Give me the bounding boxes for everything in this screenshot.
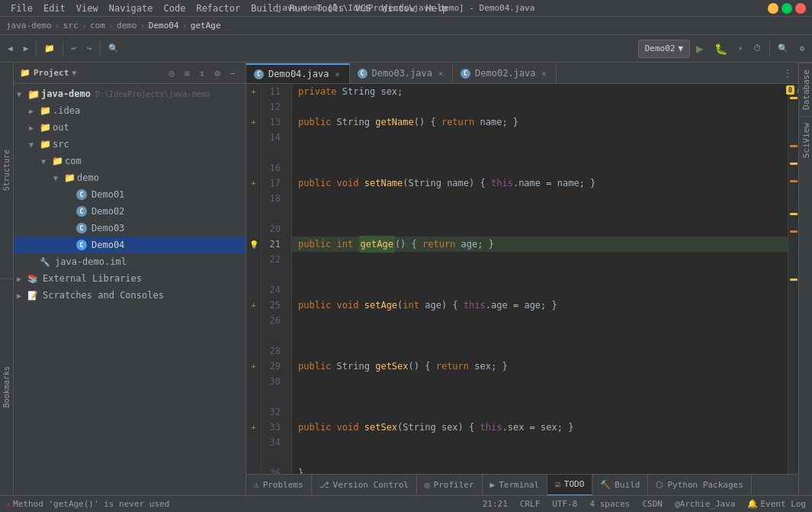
sciview-tab[interactable]: SciView: [799, 116, 813, 164]
run-config-selector[interactable]: Demo02 ▼: [638, 40, 690, 58]
tab-problems[interactable]: ⚠ Problems: [246, 475, 312, 496]
breadcrumb-getage[interactable]: getAge: [191, 21, 221, 31]
tab-version-control[interactable]: ⎇ Version Control: [312, 475, 417, 496]
code-line-15: [292, 145, 788, 160]
toolbar-search-btn[interactable]: 🔍: [104, 39, 124, 59]
tree-item-scratches[interactable]: ▶ 📝 Scratches and Consoles: [14, 287, 246, 304]
tree-item-demo04[interactable]: C Demo04: [14, 237, 246, 253]
menu-refactor[interactable]: Refactor: [191, 0, 245, 17]
out-folder-icon: 📁: [40, 122, 51, 133]
panel-collapse-btn[interactable]: ≡: [180, 66, 194, 80]
tab-demo02-close[interactable]: ×: [541, 69, 548, 79]
debug-button[interactable]: 🐛: [710, 39, 732, 59]
toolbar-search2-btn[interactable]: 🔍: [773, 39, 793, 59]
breadcrumb-demo[interactable]: demo: [117, 21, 137, 31]
toolbar-redo-btn[interactable]: ↪: [82, 39, 97, 59]
tree-item-iml[interactable]: 🔧 java-demo.iml: [14, 253, 246, 270]
encoding[interactable]: UTF-8: [549, 496, 580, 513]
toolbar-back-btn[interactable]: ◀: [3, 39, 18, 59]
menu-edit[interactable]: Edit: [39, 0, 70, 17]
event-log[interactable]: 🔔 Event Log: [744, 496, 809, 513]
panel-dropdown-icon[interactable]: ▼: [72, 69, 76, 77]
panel-minimize-btn[interactable]: −: [226, 66, 239, 80]
gutter-17[interactable]: +: [246, 175, 261, 191]
code-line-20: [292, 221, 788, 237]
tab-terminal[interactable]: ▶ Terminal: [483, 475, 548, 496]
tab-build[interactable]: 🔨 Build: [592, 475, 648, 496]
com-label: com: [65, 156, 82, 166]
ln-21: 21: [262, 237, 285, 252]
panel-sort-btn[interactable]: ↕: [195, 66, 209, 80]
toolbar-undo-btn[interactable]: ↩: [66, 39, 81, 59]
panel-locate-btn[interactable]: ◎: [165, 66, 178, 80]
maximize-button[interactable]: □: [782, 3, 792, 14]
menu-view[interactable]: View: [72, 0, 103, 17]
tree-item-demo01[interactable]: C Demo01: [14, 186, 246, 203]
tree-item-demo02[interactable]: C Demo02: [14, 203, 246, 220]
code-line-23: [292, 267, 788, 282]
tab-demo04-label: Demo04.java: [268, 69, 329, 79]
profiler-label: Profiler: [434, 480, 474, 490]
structure-tab[interactable]: Structure: [0, 63, 13, 279]
breadcrumb-demo04[interactable]: Demo04: [149, 21, 179, 31]
code-line-32: [292, 404, 788, 420]
main-toolbar: ◀ ▶ 📁 ↩ ↪ 🔍 Demo02 ▼ ▶ 🐛 ⚡ ⏱ 🔍 ⚙: [0, 35, 812, 63]
status-right: 21:21 CRLF UTF-8 4 spaces CSDN @Archie_J…: [480, 496, 809, 513]
tab-python-packages[interactable]: ⬡ Python Packages: [648, 475, 751, 496]
minimize-button[interactable]: −: [768, 3, 778, 14]
toolbar-settings-btn[interactable]: ⚙: [794, 39, 809, 59]
ln-29: 29: [262, 359, 285, 374]
bookmarks-tab[interactable]: Bookmarks: [0, 279, 13, 495]
tree-item-demo[interactable]: ▼ 📁 demo: [14, 169, 246, 186]
tree-item-demo03[interactable]: C Demo03: [14, 220, 246, 237]
menu-code[interactable]: Code: [159, 0, 191, 17]
tab-bar: C Demo04.java × C Demo03.java × C Demo02…: [246, 63, 798, 84]
tab-demo03[interactable]: C Demo03.java ×: [350, 63, 454, 83]
status-bar: ⚠ Method 'getAge()' is never used 21:21 …: [0, 495, 812, 512]
terminal-icon: ▶: [490, 480, 496, 490]
gutter-13[interactable]: +: [246, 114, 261, 130]
breadcrumb-app[interactable]: java-demo: [6, 21, 52, 31]
panel-settings-btn[interactable]: ⚙: [210, 66, 224, 80]
breadcrumb-com[interactable]: com: [90, 21, 105, 31]
status-warning-item[interactable]: ⚠ Method 'getAge()' is never used: [3, 496, 172, 513]
toolbar-coverage-btn[interactable]: ⚡: [733, 39, 748, 59]
breadcrumb-src[interactable]: src: [63, 21, 79, 31]
ln-12: 12: [262, 99, 285, 114]
tab-profiler[interactable]: ◎ Profiler: [417, 475, 483, 496]
database-tab[interactable]: Database: [799, 63, 813, 116]
toolbar-forward-btn[interactable]: ▶: [19, 39, 34, 59]
tab-demo03-close[interactable]: ×: [437, 69, 445, 79]
gutter-11[interactable]: +: [246, 84, 261, 99]
ln-15: [262, 145, 285, 160]
gutter-15: [246, 145, 261, 160]
gutter-21[interactable]: 💡: [246, 237, 261, 252]
tree-item-extlibs[interactable]: ▶ 📚 External Libraries: [14, 270, 246, 287]
close-button[interactable]: ×: [795, 3, 806, 14]
tree-item-out[interactable]: ▶ 📁 out: [14, 119, 246, 136]
run-button[interactable]: ▶: [692, 39, 708, 59]
panel-title-text: Project: [34, 68, 69, 78]
tab-demo02[interactable]: C Demo02.java ×: [453, 63, 557, 83]
gutter-29[interactable]: +: [246, 359, 261, 374]
tab-demo04-close[interactable]: ×: [333, 69, 341, 79]
tree-item-com[interactable]: ▼ 📁 com: [14, 153, 246, 169]
gutter-33[interactable]: +: [246, 420, 261, 435]
cursor-position[interactable]: 21:21: [480, 496, 511, 513]
gutter-25[interactable]: +: [246, 298, 261, 313]
tree-root[interactable]: ▼ 📁 java-demo D:\IdeaProjects\java-demo: [14, 85, 246, 102]
tab-more-button[interactable]: ⋮: [777, 63, 798, 83]
toolbar-profile-btn[interactable]: ⏱: [749, 39, 766, 59]
code-line-18: [292, 191, 788, 206]
tab-todo[interactable]: ☑ TODO: [547, 475, 592, 496]
menu-file[interactable]: File: [6, 0, 37, 17]
gutter-12: [246, 99, 261, 114]
toolbar-project-btn[interactable]: 📁: [40, 39, 59, 59]
tree-item-src[interactable]: ▼ 📁 src: [14, 136, 246, 153]
tree-item-idea[interactable]: ▶ 📁 .idea: [14, 102, 246, 119]
code-editor[interactable]: private String sex; public String getNam…: [292, 84, 788, 474]
tab-demo04[interactable]: C Demo04.java ×: [246, 63, 350, 83]
line-separator[interactable]: CRLF: [517, 496, 544, 513]
indent-setting[interactable]: 4 spaces: [586, 496, 633, 513]
menu-navigate[interactable]: Navigate: [104, 0, 158, 17]
